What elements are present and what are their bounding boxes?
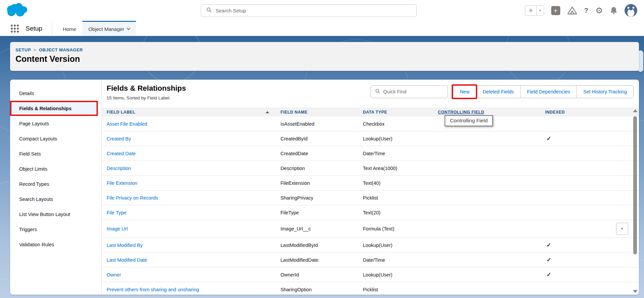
sidebar-item[interactable]: List View Button Layout [10, 207, 101, 222]
sidebar-item[interactable]: Field Sets [10, 146, 101, 161]
sidebar-item-label: Search Layouts [19, 197, 53, 202]
table-row[interactable]: Created Date CreatedDate Date/Time ✓ ▼ [102, 146, 639, 161]
breadcrumb: SETUP>OBJECT MANAGER [15, 47, 639, 52]
data-type-cell: Lookup(User) [363, 243, 438, 248]
sidebar-item[interactable]: Search Layouts [10, 191, 101, 207]
help-icon[interactable]: ? [584, 6, 589, 14]
table-row[interactable]: Image Url Image_Url__c Formula (Text) ✓ … [102, 220, 639, 238]
setup-gear-icon[interactable]: ⚙ [596, 6, 603, 15]
field-label-link[interactable]: File Extension [107, 180, 137, 186]
field-label-link[interactable]: File Type [107, 210, 126, 215]
indexed-cell: ✓ [545, 242, 639, 249]
sidebar-item[interactable]: Compact Layouts [10, 131, 101, 146]
salesforce-logo-icon[interactable] [6, 2, 30, 19]
column-header-field-name[interactable]: FIELD NAME [280, 110, 363, 115]
table-row[interactable]: File Type FileType Text(20) ✓ ▼ [102, 205, 639, 220]
table-scrollbar [633, 109, 638, 293]
quick-find-input[interactable] [383, 89, 448, 94]
field-label-link[interactable]: Created By [107, 136, 131, 141]
search-icon [375, 89, 380, 95]
header-actions: ★ ▼ + ? ⚙ [525, 0, 637, 21]
toolbar-button[interactable]: Set History Tracking [576, 86, 633, 98]
table-row[interactable]: Last Modified By LastModifiedById Lookup… [102, 238, 639, 253]
table-row[interactable]: File Extension FileExtension Text(40) ✓ … [102, 176, 639, 190]
toolbar-button[interactable]: Field Dependencies [520, 86, 576, 98]
sidebar-item-label: Triggers [19, 227, 37, 232]
toolbar: New Deleted Fields Field Dependencies Se… [371, 85, 634, 98]
table-row[interactable]: Created By CreatedById Lookup(User) ✓ ▼ [102, 131, 639, 146]
sort-ascending-icon[interactable] [266, 111, 269, 113]
notifications-bell-icon[interactable] [610, 6, 617, 14]
favorites-caret-icon[interactable]: ▼ [536, 6, 544, 15]
field-label-link[interactable]: File Privacy on Records [107, 195, 158, 201]
sidebar-item[interactable]: Object Limits [10, 161, 101, 176]
scrollbar-up-arrow-icon[interactable] [633, 109, 638, 112]
data-type-cell: Text(20) [363, 210, 438, 215]
global-search-input[interactable] [216, 8, 416, 13]
field-label-link[interactable]: Owner [107, 272, 121, 278]
app-name-label: Setup [26, 25, 42, 32]
trailhead-icon[interactable] [567, 6, 577, 15]
data-type-cell: Lookup(User) [363, 272, 438, 278]
scrollbar-thumb[interactable] [633, 116, 637, 254]
column-header-controlling-field[interactable]: CONTROLLING FIELD [438, 110, 545, 115]
table-row[interactable]: Prevent others from sharing and unsharin… [102, 282, 639, 295]
column-header-data-type[interactable]: DATA TYPE [363, 110, 438, 115]
sidebar-item-label: Compact Layouts [19, 136, 57, 141]
sidebar-item-label: Details [19, 91, 34, 96]
field-name-cell: LastModifiedById [280, 243, 363, 248]
field-name-cell: CreatedDate [280, 151, 363, 156]
table-row[interactable]: Description Description Text Area(1000) … [102, 161, 639, 176]
table-row[interactable]: Owner OwnerId Lookup(User) ✓ ▼ [102, 267, 639, 282]
field-label-link[interactable]: Created Date [107, 151, 136, 156]
sidebar-item[interactable]: Triggers [10, 222, 101, 237]
section-subtitle: 15 Items, Sorted by Field Label [107, 95, 169, 100]
scrollbar-down-arrow-icon[interactable] [633, 290, 638, 293]
table-row[interactable]: File Privacy on Records SharingPrivacy P… [102, 190, 639, 205]
user-avatar[interactable] [624, 4, 637, 17]
breadcrumb-setup-link[interactable]: SETUP [15, 47, 31, 52]
indexed-cell: ✓ [545, 135, 639, 142]
column-header-indexed[interactable]: INDEXED [545, 110, 639, 115]
sidebar-item[interactable]: Record Types [10, 176, 101, 191]
field-label-link[interactable]: Description [107, 166, 131, 171]
sidebar-item[interactable]: Page Layouts [10, 116, 101, 131]
app-launcher-waffle-icon[interactable] [11, 25, 19, 33]
favorites-star-icon[interactable]: ★ [525, 6, 536, 15]
data-type-cell: Formula (Text) [363, 226, 438, 231]
indexed-cell: ✓ [545, 256, 639, 263]
table-row[interactable]: Last Modified Date LastModifiedDate Date… [102, 253, 639, 267]
toolbar-button[interactable]: Deleted Fields [476, 86, 520, 98]
breadcrumb-object-manager-link[interactable]: OBJECT MANAGER [39, 47, 83, 52]
sidebar-item[interactable]: Validation Rules [10, 237, 101, 252]
nav-tab[interactable]: Home [57, 21, 82, 36]
field-label-link[interactable]: Last Modified By [107, 243, 143, 248]
toolbar-button[interactable]: New [453, 86, 476, 98]
table-row[interactable]: Asset File Enabled IsAssetEnabled Checkb… [102, 117, 639, 131]
chevron-down-icon[interactable] [127, 26, 130, 30]
field-label-link[interactable]: Last Modified Date [107, 257, 147, 263]
sidebar-item[interactable]: Fields & Relationships [10, 101, 98, 116]
sidebar-item[interactable]: Details [10, 86, 101, 101]
field-label-link[interactable]: Prevent others from sharing and unsharin… [107, 287, 199, 292]
sidebar-item-label: Validation Rules [19, 242, 54, 247]
row-actions-dropdown-button[interactable]: ▼ [616, 223, 628, 235]
section-title: Fields & Relationships [107, 84, 186, 93]
quick-create-plus-icon[interactable]: + [551, 6, 560, 15]
column-header-field-label[interactable]: FIELD LABEL [102, 110, 280, 115]
breadcrumb-card: SETUP>OBJECT MANAGER Content Version [10, 42, 639, 71]
global-header: ★ ▼ + ? ⚙ [0, 0, 644, 21]
fields-table-body: Asset File Enabled IsAssetEnabled Checkb… [102, 117, 639, 295]
field-name-cell: LastModifiedDate [280, 257, 363, 263]
search-icon [206, 7, 212, 14]
data-type-cell: Text(40) [363, 180, 438, 186]
object-manager-panel: Details Fields & Relationships Page Layo… [10, 80, 639, 295]
nav-tab-label: Home [63, 26, 76, 32]
nav-tabs: Home Object Manager [57, 21, 136, 36]
field-label-link[interactable]: Asset File Enabled [107, 121, 147, 127]
field-label-link[interactable]: Image Url [107, 226, 128, 231]
nav-tab[interactable]: Object Manager [82, 21, 136, 36]
toolbar-button-label: Field Dependencies [527, 89, 570, 94]
setup-nav-bar: Setup Home Object Manager [0, 21, 644, 36]
toolbar-button-group: New Deleted Fields Field Dependencies Se… [453, 85, 634, 98]
